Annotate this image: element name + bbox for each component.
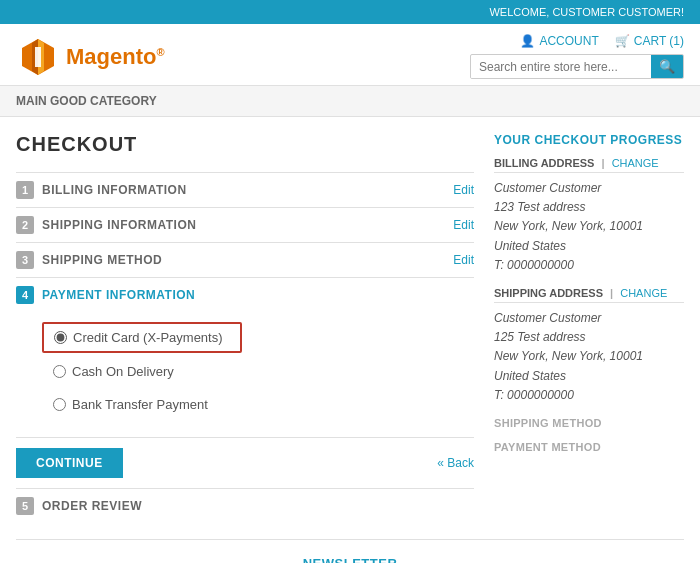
- step-4: 4 PAYMENT INFORMATION: [16, 277, 474, 312]
- cart-icon: 🛒: [615, 34, 630, 48]
- newsletter-title: NEWSLETTER: [303, 556, 398, 563]
- billing-address: Customer Customer 123 Test address New Y…: [494, 179, 684, 275]
- payment-label-cash: Cash On Delivery: [72, 364, 174, 379]
- billing-city: New York, New York, 10001: [494, 217, 684, 236]
- shipping-address: Customer Customer 125 Test address New Y…: [494, 309, 684, 405]
- step-1-edit[interactable]: Edit: [453, 183, 474, 197]
- payment-option-credit-card[interactable]: Credit Card (X-Payments): [42, 322, 242, 353]
- payment-method-label: PAYMENT METHOD: [494, 441, 684, 453]
- nav-bar: MAIN GOOD CATEGORY: [0, 86, 700, 117]
- sidebar-title: YOUR CHECKOUT PROGRESS: [494, 133, 684, 147]
- action-bar: CONTINUE « Back: [16, 437, 474, 488]
- continue-button[interactable]: CONTINUE: [16, 448, 123, 478]
- account-link[interactable]: 👤 ACCOUNT: [520, 34, 598, 48]
- cart-link[interactable]: 🛒 CART (1): [615, 34, 684, 48]
- billing-name: Customer Customer: [494, 179, 684, 198]
- step-4-left: 4 PAYMENT INFORMATION: [16, 286, 195, 304]
- shipping-section: SHIPPING ADDRESS | CHANGE Customer Custo…: [494, 287, 684, 405]
- billing-street: 123 Test address: [494, 198, 684, 217]
- magento-logo-icon: [16, 35, 60, 79]
- search-button[interactable]: 🔍: [651, 55, 683, 78]
- step-1: 1 BILLING INFORMATION Edit: [16, 172, 474, 207]
- billing-phone: T: 0000000000: [494, 256, 684, 275]
- payment-label-bank: Bank Transfer Payment: [72, 397, 208, 412]
- step-2-num: 2: [16, 216, 34, 234]
- step-3-edit[interactable]: Edit: [453, 253, 474, 267]
- step-1-num: 1: [16, 181, 34, 199]
- logo-text: Magento®: [66, 44, 165, 70]
- payment-label-credit-card: Credit Card (X-Payments): [73, 330, 223, 345]
- top-bar: WELCOME, CUSTOMER CUSTOMER!: [0, 0, 700, 24]
- step-1-label: BILLING INFORMATION: [42, 183, 187, 197]
- step-3: 3 SHIPPING METHOD Edit: [16, 242, 474, 277]
- shipping-method-label: SHIPPING METHOD: [494, 417, 684, 429]
- account-icon: 👤: [520, 34, 535, 48]
- step-5-label: ORDER REVIEW: [42, 499, 142, 513]
- billing-section-title: BILLING ADDRESS | CHANGE: [494, 157, 684, 173]
- step-5-left: 5 ORDER REVIEW: [16, 497, 142, 515]
- checkout-title: CHECKOUT: [16, 133, 474, 156]
- shipping-country: United States: [494, 367, 684, 386]
- step-3-num: 3: [16, 251, 34, 269]
- payment-radio-credit-card[interactable]: [54, 331, 67, 344]
- sidebar: YOUR CHECKOUT PROGRESS BILLING ADDRESS |…: [494, 133, 684, 523]
- step-5-num: 5: [16, 497, 34, 515]
- step-4-label: PAYMENT INFORMATION: [42, 288, 195, 302]
- payment-radio-bank[interactable]: [53, 398, 66, 411]
- payment-method-section: PAYMENT METHOD: [494, 441, 684, 453]
- checkout-content: CHECKOUT 1 BILLING INFORMATION Edit 2 SH…: [16, 133, 474, 523]
- header: Magento® 👤 ACCOUNT 🛒 CART (1) 🔍: [0, 24, 700, 86]
- shipping-street: 125 Test address: [494, 328, 684, 347]
- payment-option-cash[interactable]: Cash On Delivery: [42, 357, 242, 386]
- logo: Magento®: [16, 35, 165, 79]
- step-2-label: SHIPPING INFORMATION: [42, 218, 196, 232]
- billing-country: United States: [494, 237, 684, 256]
- step-3-label: SHIPPING METHOD: [42, 253, 162, 267]
- step-5: 5 ORDER REVIEW: [16, 488, 474, 523]
- shipping-section-title: SHIPPING ADDRESS | CHANGE: [494, 287, 684, 303]
- search-bar: 🔍: [470, 54, 684, 79]
- payment-option-bank[interactable]: Bank Transfer Payment: [42, 390, 242, 419]
- header-links: 👤 ACCOUNT 🛒 CART (1): [520, 34, 684, 48]
- shipping-name: Customer Customer: [494, 309, 684, 328]
- step-1-left: 1 BILLING INFORMATION: [16, 181, 187, 199]
- shipping-change-link[interactable]: CHANGE: [620, 287, 667, 299]
- shipping-phone: T: 0000000000: [494, 386, 684, 405]
- welcome-message: WELCOME, CUSTOMER CUSTOMER!: [489, 6, 684, 18]
- step-3-left: 3 SHIPPING METHOD: [16, 251, 162, 269]
- svg-rect-3: [35, 47, 41, 67]
- nav-category: MAIN GOOD CATEGORY: [16, 94, 157, 108]
- footer: NEWSLETTER SUBSCRIBE: [16, 539, 684, 563]
- step-4-num: 4: [16, 286, 34, 304]
- payment-radio-cash[interactable]: [53, 365, 66, 378]
- billing-change-link[interactable]: CHANGE: [612, 157, 659, 169]
- payment-options: Credit Card (X-Payments) Cash On Deliver…: [16, 312, 474, 433]
- search-input[interactable]: [471, 56, 651, 78]
- header-right: 👤 ACCOUNT 🛒 CART (1) 🔍: [470, 34, 684, 79]
- shipping-city: New York, New York, 10001: [494, 347, 684, 366]
- step-2-left: 2 SHIPPING INFORMATION: [16, 216, 196, 234]
- main-content: CHECKOUT 1 BILLING INFORMATION Edit 2 SH…: [0, 117, 700, 539]
- back-link[interactable]: « Back: [437, 456, 474, 470]
- billing-section: BILLING ADDRESS | CHANGE Customer Custom…: [494, 157, 684, 275]
- shipping-method-section: SHIPPING METHOD: [494, 417, 684, 429]
- step-2-edit[interactable]: Edit: [453, 218, 474, 232]
- step-2: 2 SHIPPING INFORMATION Edit: [16, 207, 474, 242]
